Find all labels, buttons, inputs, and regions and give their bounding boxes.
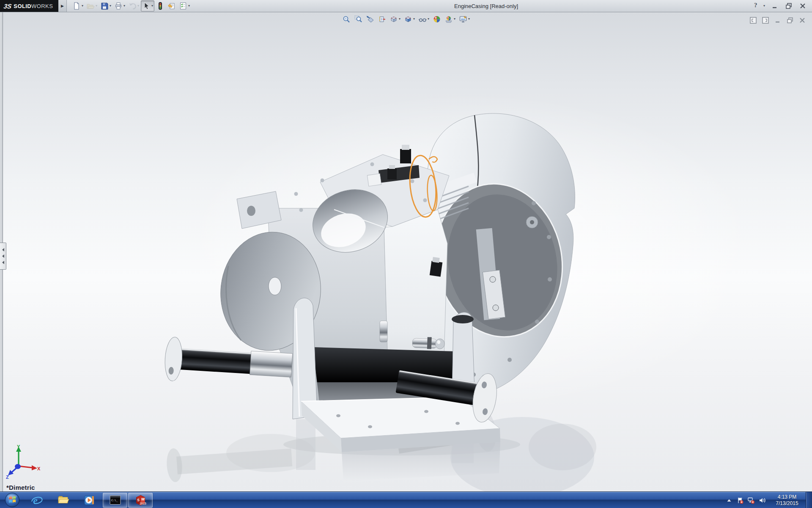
undo-icon: [128, 2, 137, 10]
document-title: EngineCasing [Read-only]: [454, 3, 518, 9]
show-desktop-button[interactable]: [806, 492, 812, 508]
close-window-button[interactable]: [798, 0, 808, 11]
view-settings-dropdown[interactable]: ▾: [468, 17, 470, 21]
apply-scene-dropdown[interactable]: ▾: [454, 17, 455, 21]
hide-show-items-button[interactable]: ▾: [417, 14, 431, 25]
rebuild-button[interactable]: [155, 0, 166, 11]
3ds-logo-mark: 3S: [3, 3, 12, 10]
featuremanager-collapsed-tab[interactable]: [0, 243, 6, 270]
zoom-to-area-button[interactable]: [353, 14, 364, 25]
file-explorer-button[interactable]: [50, 492, 76, 508]
select-icon: [142, 2, 151, 10]
brand-name-bold: SOLID: [14, 3, 31, 9]
svg-text:e: e: [33, 495, 38, 506]
engine-casing-model[interactable]: [0, 12, 812, 491]
close-document-button[interactable]: [798, 15, 807, 26]
solidworks-2015-icon: SW2015: [134, 494, 147, 507]
display-style-button[interactable]: ▾: [403, 14, 416, 25]
undo-dropdown[interactable]: ▾: [137, 4, 139, 8]
edit-appearance-icon: [433, 15, 441, 23]
volume-icon[interactable]: [758, 497, 766, 504]
title-bar: 3S SOLID WORKS ▶ ▾▾▾▾▾▾▾ EngineCasing [R…: [0, 0, 812, 12]
restore-document-button[interactable]: [785, 15, 795, 26]
restore-window-button[interactable]: [784, 0, 794, 11]
view-orientation-label: *Dimetric: [6, 484, 35, 491]
previous-view-button[interactable]: [365, 14, 376, 25]
save-icon: [100, 2, 109, 10]
action-center-icon[interactable]: [736, 497, 744, 504]
print-icon: [114, 2, 123, 10]
section-view-icon: [378, 15, 386, 23]
open-button: ▾: [85, 0, 99, 11]
save-button[interactable]: ▾: [99, 0, 112, 11]
triad-z-label: Z: [6, 475, 9, 480]
start-icon: [4, 492, 20, 508]
windows-taskbar: eC:\_SW2015 4:13 PM 7/13/2015: [0, 491, 812, 508]
taskbar-clock[interactable]: 4:13 PM 7/13/2015: [771, 494, 803, 507]
triad-y-label: Y: [17, 444, 20, 449]
view-orientation-button[interactable]: ▾: [388, 14, 402, 25]
main-toolbar: ▾▾▾▾▾▾▾: [71, 0, 191, 11]
menu-expand-arrow[interactable]: ▶: [58, 0, 67, 12]
display-style-dropdown[interactable]: ▾: [413, 17, 415, 21]
view-settings-icon: [459, 15, 467, 23]
view-orientation-dropdown[interactable]: ▾: [399, 17, 401, 21]
graphics-viewport[interactable]: ▾▾▾▾▾ Y X Z *Dimetric: [0, 12, 812, 491]
apply-scene-button[interactable]: ▾: [443, 14, 457, 25]
options-button[interactable]: ▾: [178, 0, 191, 11]
section-view-button[interactable]: [376, 14, 387, 25]
view-orientation-icon: [390, 15, 398, 23]
reference-triad: Y X Z: [5, 444, 41, 480]
file-properties-button[interactable]: [166, 0, 177, 11]
command-prompt-icon: C:\_: [109, 494, 122, 507]
taskbar-apps: eC:\_SW2015: [1, 492, 153, 508]
options-dropdown[interactable]: ▾: [188, 4, 190, 8]
restore-document-icon: [786, 16, 794, 25]
system-tray: 4:13 PM 7/13/2015: [724, 492, 812, 508]
help-button[interactable]: ?▾: [753, 0, 766, 11]
svg-text:S: S: [137, 497, 140, 502]
expand-featuremanager-icon: [749, 16, 757, 25]
select-button[interactable]: ▾: [141, 0, 154, 11]
collapse-arrow-icon: [2, 248, 4, 251]
minimize-document-icon: [774, 16, 782, 25]
svg-text:C:\_: C:\_: [111, 498, 118, 502]
close-document-icon: [798, 16, 807, 25]
start-button[interactable]: [1, 492, 24, 508]
windows-media-player-icon: [83, 494, 96, 507]
solidworks-2015-button[interactable]: SW2015: [128, 493, 153, 508]
edit-appearance-button[interactable]: [431, 14, 442, 25]
expand-featuremanager-button[interactable]: [749, 15, 758, 26]
svg-text:2015: 2015: [140, 502, 146, 505]
command-prompt-button[interactable]: C:\_: [103, 493, 127, 508]
clock-date: 7/13/2015: [771, 500, 803, 507]
windows-media-player-button[interactable]: [76, 492, 102, 508]
view-settings-button[interactable]: ▾: [458, 14, 471, 25]
internet-explorer-button[interactable]: e: [24, 492, 50, 508]
help-icon: ?: [754, 2, 763, 10]
window-controls: ?▾: [753, 1, 808, 11]
help-dropdown[interactable]: ▾: [763, 4, 765, 8]
options-icon: [179, 2, 187, 10]
zoom-to-fit-button[interactable]: [341, 14, 352, 25]
print-button[interactable]: ▾: [113, 0, 126, 11]
apply-scene-icon: [444, 15, 453, 23]
new-document-dropdown[interactable]: ▾: [82, 4, 83, 8]
show-hidden-icons-icon[interactable]: [725, 497, 733, 504]
solidworks-logo: 3S SOLID WORKS: [0, 0, 58, 12]
network-status-icon[interactable]: [747, 497, 755, 504]
hide-show-items-dropdown[interactable]: ▾: [428, 17, 429, 21]
minimize-window-button[interactable]: [770, 0, 780, 11]
select-dropdown[interactable]: ▾: [151, 4, 153, 8]
zoom-to-area-icon: [354, 15, 362, 23]
document-window-controls: [749, 15, 807, 26]
save-dropdown[interactable]: ▾: [110, 4, 111, 8]
file-explorer-icon: [57, 494, 70, 507]
restore-window-icon: [785, 2, 793, 10]
new-document-button[interactable]: ▾: [71, 0, 85, 11]
brand-name-light: WORKS: [31, 3, 53, 9]
expand-display-pane-button[interactable]: [761, 15, 770, 26]
open-dropdown[interactable]: ▾: [96, 4, 97, 8]
print-dropdown[interactable]: ▾: [123, 4, 125, 8]
minimize-document-button[interactable]: [773, 15, 782, 26]
